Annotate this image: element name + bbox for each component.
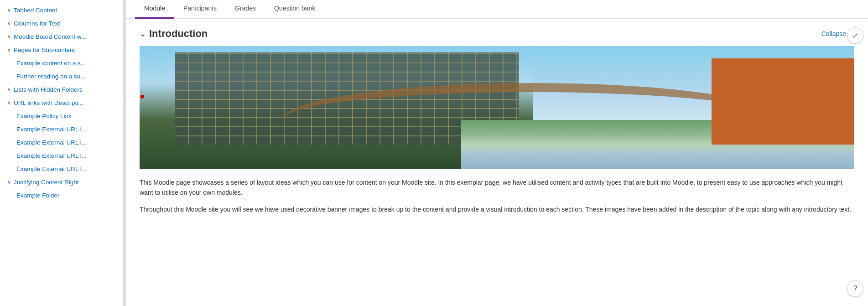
sidebar-item-example-folder[interactable]: Example Folder: [0, 189, 123, 202]
tab-grades[interactable]: Grades: [226, 0, 265, 19]
chevron-down-icon: ∨: [7, 34, 11, 40]
main-content: ModuleParticipantsGradesQuestion bank ⌄ …: [126, 0, 868, 306]
sidebar-item-label: Justifying Content Right: [14, 179, 117, 186]
section-title: ⌄ Introduction: [140, 28, 208, 40]
sidebar-item-label: Columns for Text: [14, 20, 117, 27]
banner-image: [140, 46, 854, 169]
red-dot-indicator: [140, 95, 144, 99]
chevron-down-icon: ∨: [7, 47, 11, 53]
sidebar-item-url-links-description[interactable]: ∨URL links with Descripti...: [0, 96, 123, 109]
collapse-section-icon[interactable]: ⌄: [140, 30, 146, 38]
sidebar-item-label: Tabbed Content: [14, 7, 117, 14]
chevron-down-icon: ∨: [7, 7, 11, 13]
help-button[interactable]: ?: [847, 280, 863, 297]
section-header: ⌄ Introduction Collapse all: [140, 28, 854, 40]
sidebar-item-example-policy-link[interactable]: Example Policy Link: [0, 109, 123, 123]
chevron-down-icon: ∨: [7, 179, 11, 185]
sidebar-item-label: Example External URL l...: [16, 139, 117, 146]
sidebar-item-label: Further reading on a su...: [16, 73, 117, 80]
sidebar-item-label: Moodle Board Content w...: [14, 33, 117, 40]
sidebar-item-label: Example External URL l...: [16, 152, 117, 159]
sidebar-item-moodle-board-content[interactable]: ∨Moodle Board Content w...: [0, 30, 123, 43]
tabs-bar: ModuleParticipantsGradesQuestion bank: [126, 0, 868, 19]
sidebar-item-label: Example Policy Link: [16, 113, 117, 119]
sidebar-item-further-reading-sub[interactable]: Further reading on a su...: [0, 70, 123, 83]
tab-participants[interactable]: Participants: [174, 0, 226, 19]
sidebar-item-tabbed-content[interactable]: ∨Tabbed Content: [0, 4, 123, 17]
sidebar-item-example-content-sub[interactable]: Example content on a s...: [0, 57, 123, 70]
sidebar-item-example-external-url2[interactable]: Example External URL l...: [0, 136, 123, 149]
sidebar-item-label: Example Folder: [16, 192, 117, 199]
sidebar-item-label: Lists with Hidden Folders: [14, 86, 117, 93]
expand-button[interactable]: ⤢: [847, 27, 863, 44]
sidebar-item-label: Pages for Sub-content: [14, 47, 117, 53]
chevron-down-icon: ∨: [7, 100, 11, 106]
sidebar-item-example-external-url3[interactable]: Example External URL l...: [0, 149, 123, 162]
sidebar-item-columns-for-text[interactable]: ∨Columns for Text: [0, 17, 123, 30]
section-title-text: Introduction: [149, 28, 208, 40]
intro-paragraph-1: This Moodle page showcases a series of l…: [140, 177, 854, 198]
sidebar-item-label: Example content on a s...: [16, 60, 117, 67]
content-area: ⌄ Introduction Collapse all This Moodle …: [126, 19, 868, 306]
intro-paragraph-2: Throughout this Moodle site you will see…: [140, 204, 854, 214]
sidebar: ∨Tabbed Content∨Columns for Text∨Moodle …: [0, 0, 123, 306]
sidebar-item-justifying-content-right[interactable]: ∨Justifying Content Right: [0, 176, 123, 189]
sidebar-item-lists-with-hidden[interactable]: ∨Lists with Hidden Folders: [0, 83, 123, 96]
sidebar-item-label: URL links with Descripti...: [14, 99, 117, 106]
sidebar-item-example-external-url4[interactable]: Example External URL l...: [0, 162, 123, 176]
sidebar-item-example-external-url1[interactable]: Example External URL l...: [0, 123, 123, 136]
tab-module[interactable]: Module: [135, 0, 174, 19]
sidebar-item-label: Example External URL l...: [16, 126, 117, 133]
tab-question-bank[interactable]: Question bank: [265, 0, 324, 19]
sidebar-item-label: Example External URL l...: [16, 166, 117, 172]
chevron-down-icon: ∨: [7, 21, 11, 26]
chevron-down-icon: ∨: [7, 87, 11, 93]
sidebar-item-pages-for-sub-content[interactable]: ∨Pages for Sub-content: [0, 43, 123, 57]
